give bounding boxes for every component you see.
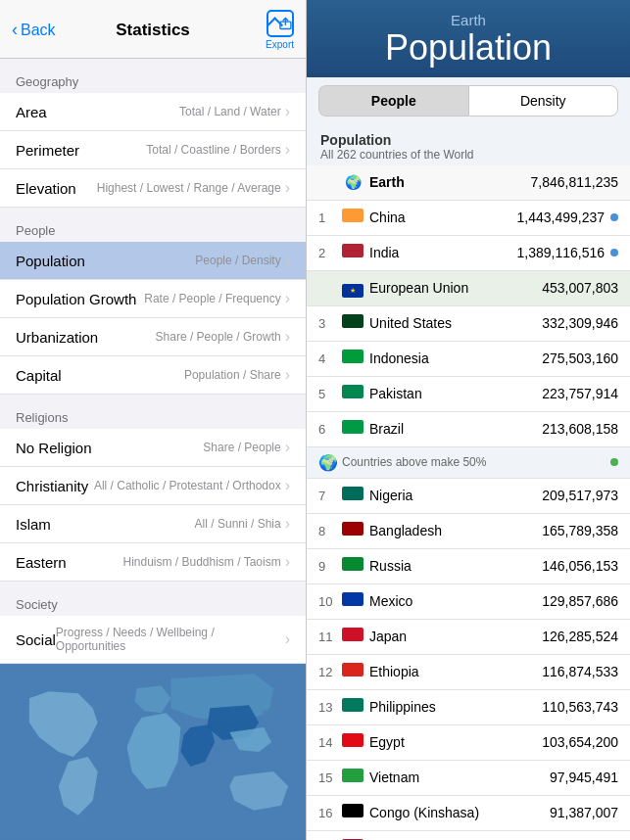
menu-item-capital[interactable]: Capital Population / Share › [0, 356, 306, 395]
country-flag [342, 769, 363, 782]
row-vietnam[interactable]: 15 Vietnam 97,945,491 [307, 761, 630, 796]
country-flag [342, 663, 363, 677]
population-list: 🌍 Earth 7,846,811,235 1 China 1,443,499,… [307, 165, 630, 840]
export-icon [267, 10, 294, 37]
row-earth[interactable]: 🌍 Earth 7,846,811,235 [307, 165, 630, 201]
earth-label: Earth [322, 12, 614, 28]
menu-item-population[interactable]: Population People / Density › [0, 242, 306, 280]
statistics-title: Statistics [116, 21, 190, 40]
rank-label: 13 [318, 700, 342, 715]
map-thumbnail[interactable] [0, 664, 306, 840]
row-india[interactable]: 2 India 1,389,116,516 [307, 236, 630, 271]
population-value: 116,874,533 [542, 664, 618, 679]
population-title: Population [322, 28, 614, 68]
rank-label: 3 [318, 316, 342, 331]
country-name: Brazil [369, 421, 542, 437]
tab-people[interactable]: People [318, 85, 468, 117]
population-value: 209,517,973 [542, 488, 618, 503]
row-indonesia[interactable]: 4 Indonesia 275,503,160 [307, 342, 630, 377]
rank-label: 2 [318, 246, 342, 260]
country-name: India [369, 245, 516, 260]
country-name: Russia [369, 558, 542, 574]
population-value: 7,846,811,235 [530, 174, 618, 190]
menu-item-urbanization[interactable]: Urbanization Share / People / Growth › [0, 318, 306, 356]
row-bangladesh[interactable]: 8 Bangladesh 165,789,358 [307, 514, 630, 549]
menu-item-social[interactable]: Social Progress / Needs / Wellbeing / Op… [0, 616, 306, 664]
menu-item-eastern[interactable]: Eastern Hinduism / Buddhism / Taoism › [0, 543, 306, 582]
row-united-states[interactable]: 3 United States 332,309,946 [307, 306, 630, 342]
row-philippines[interactable]: 13 Philippines 110,563,743 [307, 690, 630, 725]
country-flag [342, 209, 363, 222]
menu-item-no-religion[interactable]: No Religion Share / People › [0, 429, 306, 467]
country-flag [342, 244, 363, 257]
tab-density[interactable]: Density [468, 85, 619, 117]
back-button[interactable]: ‹ Back [12, 20, 56, 40]
country-name: Mexico [369, 593, 542, 609]
population-value: 129,857,686 [542, 593, 618, 609]
rank-label: 6 [318, 422, 342, 437]
tab-bar: People Density [307, 77, 630, 124]
country-name: Bangladesh [369, 523, 542, 538]
rank-label: 14 [318, 735, 342, 750]
row-turkey[interactable]: 17 Turkey 85,103,383 [307, 831, 630, 840]
country-flag [342, 487, 363, 500]
midmark-row: 🌍 Countries above make 50% [307, 447, 630, 479]
country-name: Japan [369, 629, 542, 644]
menu-item-perimeter[interactable]: Perimeter Total / Coastline / Borders › [0, 131, 306, 169]
row-china[interactable]: 1 China 1,443,499,237 [307, 201, 630, 236]
country-flag [342, 592, 363, 606]
row-japan[interactable]: 11 Japan 126,285,524 [307, 620, 630, 655]
menu-item-christianity[interactable]: Christianity All / Catholic / Protestant… [0, 467, 306, 505]
green-dot-icon [610, 458, 618, 466]
population-value: 453,007,803 [542, 280, 618, 296]
section-society: Society [0, 582, 306, 616]
country-name: Vietnam [369, 770, 550, 785]
row-european-union[interactable]: ★ European Union 453,007,803 [307, 271, 630, 306]
population-value: 165,789,358 [542, 523, 618, 538]
row-pakistan[interactable]: 5 Pakistan 223,757,914 [307, 377, 630, 412]
right-panel: Earth Population People Density Populati… [307, 0, 630, 840]
population-value: 1,389,116,516 [516, 245, 605, 260]
rank-label: 1 [318, 210, 342, 225]
country-flag [342, 628, 363, 641]
country-name: Nigeria [369, 488, 542, 503]
menu-item-population-growth[interactable]: Population Growth Rate / People / Freque… [0, 280, 306, 318]
left-header: ‹ Back Statistics Export [0, 0, 306, 59]
rank-label: 7 [318, 489, 342, 503]
menu-item-area[interactable]: Area Total / Land / Water › [0, 93, 306, 131]
country-flag [342, 698, 363, 712]
list-title: Population [320, 132, 616, 148]
country-name: Ethiopia [369, 664, 542, 679]
section-geography: Geography [0, 59, 306, 93]
population-value: 223,757,914 [542, 386, 618, 401]
row-brazil[interactable]: 6 Brazil 213,608,158 [307, 412, 630, 447]
country-flag [342, 804, 363, 817]
left-menu: Geography Area Total / Land / Water › Pe… [0, 59, 306, 664]
row-mexico[interactable]: 10 Mexico 129,857,686 [307, 584, 630, 620]
country-name: Indonesia [369, 350, 542, 366]
row-congo-(kinshasa)[interactable]: 16 Congo (Kinshasa) 91,387,007 [307, 796, 630, 831]
menu-item-elevation[interactable]: Elevation Highest / Lowest / Range / Ave… [0, 169, 306, 208]
export-button[interactable]: Export [266, 10, 294, 50]
country-name: United States [369, 315, 542, 331]
country-flag [342, 350, 363, 363]
menu-item-islam[interactable]: Islam All / Sunni / Shia › [0, 505, 306, 543]
country-flag [342, 385, 363, 398]
rank-label: 16 [318, 806, 342, 820]
population-value: 126,285,524 [542, 629, 618, 644]
row-russia[interactable]: 9 Russia 146,056,153 [307, 549, 630, 584]
country-name: Earth [369, 174, 530, 190]
country-name: Congo (Kinshasa) [369, 805, 550, 820]
row-egypt[interactable]: 14 Egypt 103,654,200 [307, 725, 630, 761]
row-nigeria[interactable]: 7 Nigeria 209,517,973 [307, 479, 630, 514]
rank-label: 9 [318, 559, 342, 574]
population-value: 97,945,491 [550, 770, 618, 785]
row-ethiopia[interactable]: 12 Ethiopia 116,874,533 [307, 655, 630, 690]
population-value: 213,608,158 [542, 421, 618, 437]
left-panel: ‹ Back Statistics Export Geography Area … [0, 0, 307, 840]
blue-dot-icon [610, 249, 618, 257]
country-flag [342, 733, 363, 747]
country-flag [342, 522, 363, 536]
eu-flag: ★ [342, 284, 363, 298]
section-religions: Religions [0, 395, 306, 429]
